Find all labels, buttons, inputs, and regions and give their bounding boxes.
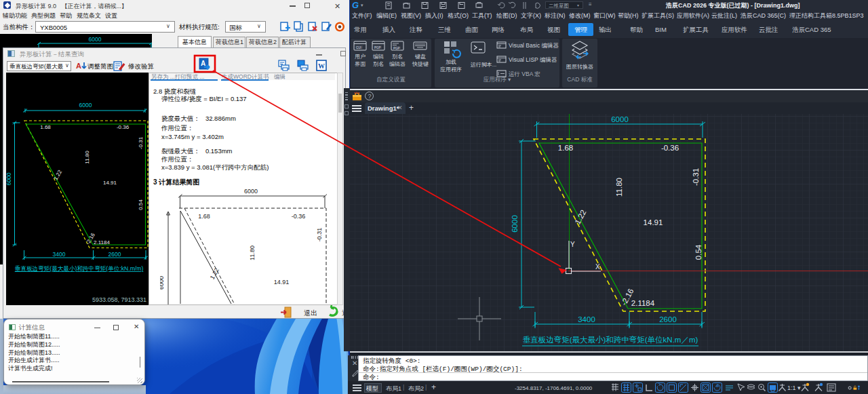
svg-text:6000: 6000 <box>79 102 92 109</box>
svg-text:6000: 6000 <box>511 215 519 233</box>
svg-text:0.54: 0.54 <box>694 244 703 260</box>
svg-text:14.91: 14.91 <box>644 218 663 226</box>
svg-text:2600: 2600 <box>108 251 121 258</box>
svg-text:A: A <box>76 62 81 70</box>
svg-text:-0.31: -0.31 <box>316 228 323 242</box>
svg-text:-0.31: -0.31 <box>692 168 700 186</box>
svg-text:垂直板边弯矩(最大最小)和跨中弯矩(单位:kN.m/m): 垂直板边弯矩(最大最小)和跨中弯矩(单位:kN.m/m) <box>15 265 144 272</box>
svg-text:6000: 6000 <box>6 172 12 185</box>
svg-text:11.80: 11.80 <box>249 245 256 260</box>
svg-text:11.80: 11.80 <box>615 178 623 197</box>
svg-text:6000: 6000 <box>160 276 165 290</box>
svg-text:5933.058, 7913.331: 5933.058, 7913.331 <box>92 296 146 303</box>
svg-text:垂直板边弯矩(最大最小)和跨中弯矩(单位kN.m／m): 垂直板边弯矩(最大最小)和跨中弯矩(单位kN.m／m) <box>523 336 698 344</box>
svg-text:3400: 3400 <box>53 251 66 258</box>
svg-text:14.91: 14.91 <box>274 279 290 285</box>
svg-text:1.68: 1.68 <box>198 213 210 220</box>
svg-text:2.1184: 2.1184 <box>94 239 110 245</box>
svg-text:A: A <box>201 60 205 67</box>
svg-text:6000: 6000 <box>611 115 629 123</box>
svg-text:Visual LISP 编辑器: Visual LISP 编辑器 <box>509 56 557 63</box>
svg-text:X: X <box>595 263 600 271</box>
svg-text:0.54: 0.54 <box>138 199 144 210</box>
svg-text:-0.36: -0.36 <box>117 124 130 130</box>
svg-text:-0.36: -0.36 <box>292 213 306 220</box>
svg-text:-0.31: -0.31 <box>138 136 144 149</box>
svg-text:14.91: 14.91 <box>103 180 117 186</box>
svg-text:2600: 2600 <box>659 315 677 323</box>
svg-text:3400: 3400 <box>578 315 595 323</box>
svg-text:W: W <box>318 62 325 70</box>
svg-text:PGP: PGP <box>393 47 400 50</box>
svg-text:1.68: 1.68 <box>558 144 573 152</box>
svg-text:11.80: 11.80 <box>84 151 90 164</box>
svg-text:CUI: CUI <box>356 46 361 50</box>
svg-text:Visual Basic 编辑器: Visual Basic 编辑器 <box>509 42 559 49</box>
svg-text:1.68: 1.68 <box>40 124 51 130</box>
svg-text:1.22: 1.22 <box>53 169 64 181</box>
svg-text:2.1184: 2.1184 <box>631 299 655 307</box>
svg-text:PGP: PGP <box>374 46 381 50</box>
svg-text:6000: 6000 <box>89 36 102 43</box>
svg-text:Y: Y <box>570 241 575 248</box>
svg-text:6000: 6000 <box>244 188 258 195</box>
svg-text:-0.36: -0.36 <box>661 144 679 152</box>
